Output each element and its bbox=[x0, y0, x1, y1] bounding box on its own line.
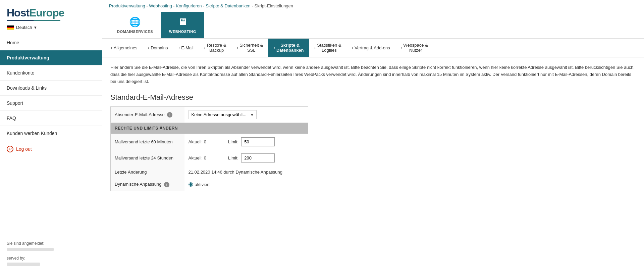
logo-underline bbox=[7, 20, 60, 21]
form-table: Absender-E-Mail-Adresse i Keine Adresse … bbox=[110, 106, 308, 191]
subnav-statistiken-label: Statistiken &Logfiles bbox=[317, 43, 341, 53]
limit-60-wrapper: Limit: bbox=[228, 137, 304, 146]
info-icon-dynamische[interactable]: i bbox=[164, 182, 169, 187]
table-row-mailversand-60: Mailversand letzte 60 Minuten Aktuell: 0… bbox=[111, 134, 308, 150]
chevron-icon: › bbox=[237, 46, 238, 50]
breadcrumb-skripte-datenbanken[interactable]: Skripte & Datenbanken bbox=[206, 3, 251, 8]
absender-select-wrapper: Keine Adresse ausgewählt... ▼ bbox=[189, 110, 257, 119]
server-blurred bbox=[7, 263, 40, 266]
subnav-vertrag-addons[interactable]: › Vertrag & Add-ons bbox=[346, 39, 395, 57]
mailversand-24-current: Aktuell: 0 bbox=[184, 150, 224, 166]
subnav-email-label: E-Mail bbox=[181, 45, 194, 50]
language-selector[interactable]: Deutsch ▾ bbox=[7, 25, 95, 30]
server-icon: 🖥 bbox=[178, 16, 187, 28]
logout-label: Log out bbox=[16, 146, 32, 152]
letzte-aenderung-value: 21.02.2020 14:46 durch Dynamische Anpass… bbox=[184, 166, 308, 178]
tab-domainservices-label: DOMAINSERVICES bbox=[117, 30, 153, 34]
subnav-vertrag-label: Vertrag & Add-ons bbox=[355, 45, 390, 50]
logo-host: Host bbox=[7, 7, 29, 19]
table-row-section-header: RECHTE UND LIMITS ÄNDERN bbox=[111, 123, 308, 134]
top-section: Produktverwaltung - Webhosting - Konfigu… bbox=[102, 0, 644, 39]
subnav-allgemeines[interactable]: › Allgemeines bbox=[106, 39, 143, 57]
subnav-domains-label: Domains bbox=[151, 45, 168, 50]
tab-webhosting-label: WEBHOSTING bbox=[169, 30, 196, 34]
subnav-restore-backup[interactable]: › Restore &Backup bbox=[199, 39, 231, 57]
table-row-letzte-aenderung: Letzte Änderung 21.02.2020 14:46 durch D… bbox=[111, 166, 308, 178]
absender-value-cell: Keine Adresse ausgewählt... ▼ bbox=[184, 107, 308, 123]
subnav-domains[interactable]: › Domains bbox=[143, 39, 173, 57]
tab-domainservices[interactable]: 🌐 DOMAINSERVICES bbox=[109, 12, 161, 38]
subnav-allgemeines-label: Allgemeines bbox=[114, 45, 138, 50]
dynamische-value-cell: aktiviert bbox=[184, 178, 308, 191]
subnav-skripte-datenbanken[interactable]: › Skripte &Datenbanken bbox=[268, 39, 309, 57]
main-content: Produktverwaltung - Webhosting - Konfigu… bbox=[102, 0, 644, 278]
chevron-icon: › bbox=[204, 46, 206, 50]
breadcrumb: Produktverwaltung - Webhosting - Konfigu… bbox=[102, 0, 644, 12]
logout-button[interactable]: ↩ Log out bbox=[0, 141, 102, 157]
chevron-icon: › bbox=[111, 46, 112, 50]
served-by-label: served by: bbox=[7, 256, 95, 261]
breadcrumb-konfigurieren[interactable]: Konfigurieren bbox=[176, 3, 202, 8]
limit-60-label: Limit: bbox=[228, 139, 238, 144]
sidebar-item-support[interactable]: Support bbox=[0, 96, 102, 111]
table-row-dynamische: Dynamische Anpassung i aktiviert bbox=[111, 178, 308, 191]
chevron-down-icon: ▾ bbox=[34, 25, 37, 30]
sidebar-item-kundenkonto[interactable]: Kundenkonto bbox=[0, 65, 102, 81]
sidebar-item-faq[interactable]: FAQ bbox=[0, 111, 102, 126]
sidebar-bottom: Sie sind angemeldet: served by: bbox=[0, 236, 102, 271]
info-text: Hier ändern Sie die E-Mail-Adresse, die … bbox=[110, 64, 636, 85]
logout-icon: ↩ bbox=[7, 146, 13, 152]
subnav-email[interactable]: › E-Mail bbox=[173, 39, 199, 57]
dynamische-radio[interactable] bbox=[189, 182, 193, 187]
subnav-webspace-label: Webspace &Nutzer bbox=[403, 43, 428, 53]
chevron-icon: › bbox=[352, 46, 353, 50]
limit-24-wrapper: Limit: bbox=[228, 153, 304, 163]
subnav-restore-label: Restore &Backup bbox=[207, 43, 226, 53]
logo-europe: Europe bbox=[29, 7, 64, 19]
absender-select[interactable]: Keine Adresse ausgewählt... bbox=[189, 110, 257, 119]
subnav-sicherheit-ssl[interactable]: › Sicherheit &SSL bbox=[231, 39, 268, 57]
chevron-icon: › bbox=[178, 46, 180, 50]
subnav-statistiken-logfiles[interactable]: › Statistiken &Logfiles bbox=[309, 39, 347, 57]
subnav-sicherheit-label: Sicherheit &SSL bbox=[239, 43, 263, 53]
logged-in-label: Sie sind angemeldet: bbox=[7, 241, 95, 246]
mailversand-24-limit-cell: Limit: bbox=[224, 150, 308, 166]
sidebar: HostEurope Deutsch ▾ Home Produktverwalt… bbox=[0, 0, 102, 278]
icon-tabs: 🌐 DOMAINSERVICES 🖥 WEBHOSTING bbox=[102, 12, 644, 38]
sidebar-item-downloads[interactable]: Downloads & Links bbox=[0, 81, 102, 96]
breadcrumb-webhosting[interactable]: Webhosting bbox=[149, 3, 172, 8]
subnav-skripte-label: Skripte &Datenbanken bbox=[276, 43, 304, 53]
username-blurred bbox=[7, 248, 54, 251]
limit-60-input[interactable] bbox=[241, 137, 275, 146]
table-row-absender: Absender-E-Mail-Adresse i Keine Adresse … bbox=[111, 107, 308, 123]
chevron-icon: › bbox=[401, 46, 402, 50]
logo-area: HostEurope Deutsch ▾ bbox=[0, 0, 102, 35]
limit-24-input[interactable] bbox=[241, 153, 275, 163]
dynamische-radio-label: aktiviert bbox=[195, 182, 210, 187]
breadcrumb-produktverwaltung[interactable]: Produktverwaltung bbox=[109, 3, 145, 8]
mailversand-60-label: Mailversand letzte 60 Minuten bbox=[111, 134, 184, 150]
limit-24-label: Limit: bbox=[228, 155, 238, 160]
letzte-aenderung-label: Letzte Änderung bbox=[111, 166, 184, 178]
table-row-mailversand-24: Mailversand letzte 24 Stunden Aktuell: 0… bbox=[111, 150, 308, 166]
section-title: Standard-E-Mail-Adresse bbox=[110, 93, 636, 102]
sidebar-item-home[interactable]: Home bbox=[0, 35, 102, 50]
content-area: Hier ändern Sie die E-Mail-Adresse, die … bbox=[102, 57, 644, 278]
section-header-cell: RECHTE UND LIMITS ÄNDERN bbox=[111, 123, 308, 134]
dynamische-label: Dynamische Anpassung i bbox=[111, 178, 184, 191]
info-icon[interactable]: i bbox=[167, 112, 172, 118]
globe-icon: 🌐 bbox=[129, 16, 141, 28]
tab-webhosting[interactable]: 🖥 WEBHOSTING bbox=[161, 12, 204, 38]
flag-de-icon bbox=[7, 25, 14, 30]
chevron-icon: › bbox=[274, 46, 275, 50]
mailversand-60-limit-cell: Limit: bbox=[224, 134, 308, 150]
subnav-webspace-nutzer[interactable]: › Webspace &Nutzer bbox=[395, 39, 433, 57]
dynamische-radio-row: aktiviert bbox=[189, 182, 304, 187]
sub-nav: › Allgemeines › Domains › E-Mail › Resto… bbox=[102, 39, 644, 57]
chevron-icon: › bbox=[315, 46, 316, 50]
breadcrumb-sep3: - bbox=[203, 3, 206, 8]
mailversand-24-label: Mailversand letzte 24 Stunden bbox=[111, 150, 184, 166]
sidebar-item-produktverwaltung[interactable]: Produktverwaltung bbox=[0, 50, 102, 65]
sidebar-item-kunden-werben[interactable]: Kunden werben Kunden bbox=[0, 126, 102, 141]
mailversand-60-current: Aktuell: 0 bbox=[184, 134, 224, 150]
